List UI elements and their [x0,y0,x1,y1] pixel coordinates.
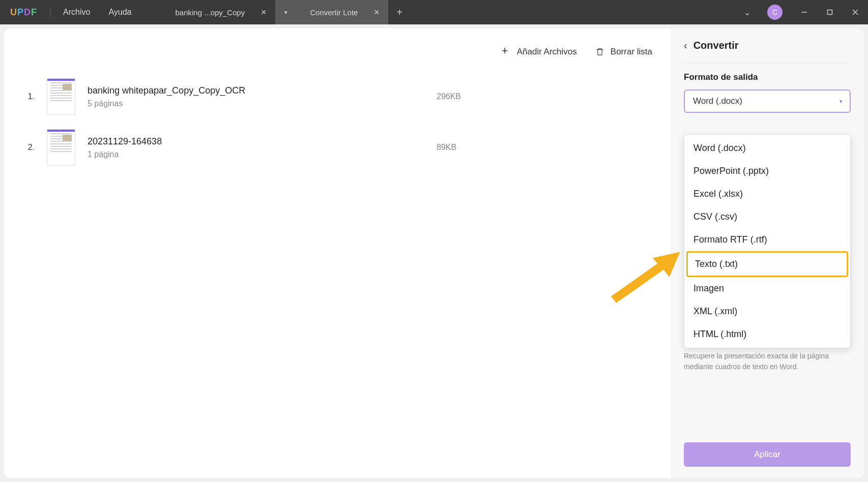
add-files-button[interactable]: + Añadir Archivos [502,47,577,57]
selected-value: Word (.docx) [693,96,742,106]
convert-panel: ‹ Convertir Formato de salida Word (.doc… [671,28,864,478]
close-icon[interactable]: × [259,7,268,18]
format-option[interactable]: Word (.docx) [686,137,848,160]
file-name: 20231129-164638 [88,136,424,147]
file-index: 1. [22,92,35,101]
apply-button[interactable]: Aplicar [684,442,851,467]
tab-label: banking ...opy_Copy [161,8,259,17]
svg-rect-1 [828,10,832,15]
menu-help[interactable]: Ayuda [99,8,140,17]
format-option[interactable]: Texto (.txt) [686,251,848,277]
minimize-button[interactable] [792,0,817,24]
format-dropdown: Word (.docx)PowerPoint (.pptx)Excel (.xl… [684,134,851,348]
plus-icon: + [502,47,511,56]
divider [50,7,51,18]
app-logo: UPDF [0,7,47,18]
file-list-panel: + Añadir Archivos Borrar lista 1. bankin… [4,28,671,478]
button-label: Añadir Archivos [517,47,577,57]
file-row[interactable]: 1. banking whitepapar_Copy_Copy_OCR 5 pá… [22,71,652,122]
file-thumbnail [47,129,75,166]
trash-icon [595,47,604,56]
tab-batch-convert[interactable]: ▾ Convertir Lote × [275,0,388,24]
format-option[interactable]: Formato RTF (.rtf) [686,228,848,251]
file-pages: 5 páginas [88,99,424,108]
clear-list-button[interactable]: Borrar lista [595,47,652,57]
format-select[interactable]: Word (.docx) ▾ [684,89,851,113]
file-row[interactable]: 2. 20231129-164638 1 página 89KB [22,122,652,173]
file-index: 2. [22,143,35,152]
format-option[interactable]: Imagen [686,277,848,300]
file-size: 296KB [437,92,508,101]
format-label: Formato de salida [684,72,851,82]
maximize-button[interactable] [817,0,843,24]
button-label: Borrar lista [611,47,652,57]
new-tab-button[interactable]: + [388,7,411,18]
format-option[interactable]: Excel (.xlsx) [686,183,848,205]
format-option[interactable]: CSV (.csv) [686,205,848,228]
file-size: 89KB [437,143,508,152]
dropdown-icon: ▾ [840,98,843,105]
option-description: Recupere la presentación exacta de la pá… [684,351,851,372]
close-window-button[interactable] [843,0,868,24]
back-icon[interactable]: ‹ [684,40,687,51]
format-option[interactable]: XML (.xml) [686,300,848,323]
chevron-down-icon[interactable]: ⌄ [736,8,758,17]
titlebar: UPDF Archivo Ayuda banking ...opy_Copy ×… [0,0,868,24]
user-avatar[interactable]: C [767,5,783,20]
format-option[interactable]: PowerPoint (.pptx) [686,160,848,183]
format-option[interactable]: HTML (.html) [686,323,848,346]
panel-title: Convertir [693,40,739,51]
caret-down-icon[interactable]: ▾ [284,9,287,16]
file-pages: 1 página [88,150,424,159]
file-name: banking whitepapar_Copy_Copy_OCR [88,85,424,96]
file-thumbnail [47,78,75,115]
tab-document[interactable]: banking ...opy_Copy × [140,0,275,24]
close-icon[interactable]: × [372,7,381,18]
menu-file[interactable]: Archivo [54,8,99,17]
tab-label: Convertir Lote [296,8,372,17]
separator [684,63,851,63]
